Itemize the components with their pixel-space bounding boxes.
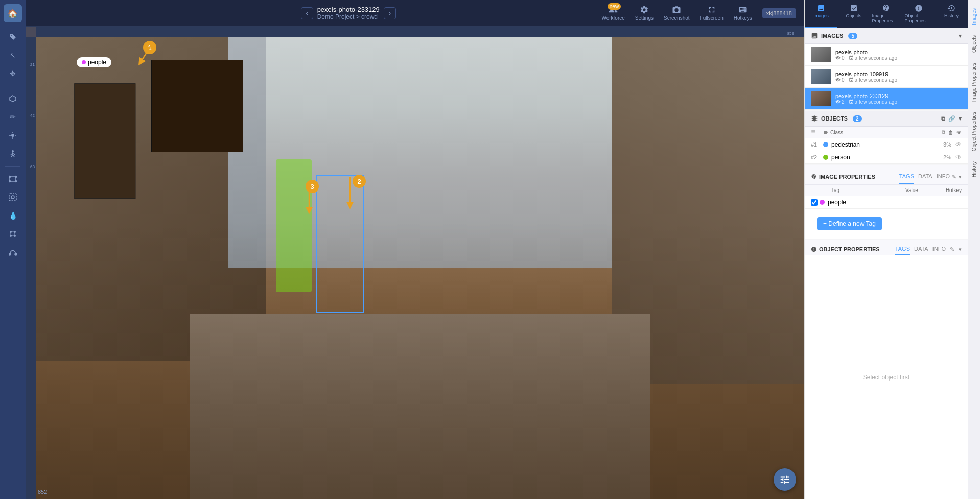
top-header: ‹ pexels-photo-233129 Demo Project > cro… <box>26 0 804 27</box>
obj-props-tab-info[interactable]: INFO <box>932 244 946 255</box>
hotkeys-button[interactable]: Hotkeys <box>734 5 752 21</box>
obj-color-1 <box>823 142 828 147</box>
screenshot-button[interactable]: Screenshot <box>664 5 690 21</box>
canvas-area[interactable]: 859 21 42 63 <box>26 27 804 499</box>
obj-props-filter-icon[interactable]: ▾ <box>959 246 962 253</box>
canvas-image <box>36 37 804 499</box>
frt-objects[interactable]: Objects <box>970 31 978 57</box>
people-color-dot <box>82 60 86 64</box>
objects-delete-all[interactable]: 🗑 <box>948 130 953 135</box>
image-properties-section: IMAGE PROPERTIES TAGS DATA INFO ✎ ▾ Tag <box>805 165 968 239</box>
frt-object-props[interactable]: Object Properties <box>970 108 978 155</box>
svg-point-14 <box>15 176 17 178</box>
images-filter-icon[interactable]: ▾ <box>959 33 962 39</box>
marker-2: 2 <box>353 175 366 188</box>
obj-props-tab-tags[interactable]: TAGS <box>895 244 910 255</box>
image-props-tabs: TAGS DATA INFO <box>899 169 950 184</box>
home-button[interactable]: 🏠 <box>4 4 22 22</box>
tool-move[interactable]: ✥ <box>5 65 21 82</box>
next-image-button[interactable]: › <box>384 7 396 19</box>
svg-point-16 <box>15 181 17 182</box>
image-props-tab-info[interactable]: INFO <box>937 169 950 184</box>
tool-brush[interactable]: ✏ <box>5 109 21 125</box>
image-props-tab-tags[interactable]: TAGS <box>899 169 914 184</box>
image-item-1[interactable]: pexels-photo 0 a few seconds ago <box>805 44 968 66</box>
tool-tag[interactable] <box>5 29 21 45</box>
objects-link-icon[interactable]: 🔗 <box>948 115 955 122</box>
top-nav-icons: new Workforce Settings Screenshot <box>601 5 796 21</box>
workforce-button[interactable]: new Workforce <box>601 5 624 21</box>
objects-filter-icon[interactable]: ▾ <box>959 115 962 122</box>
tab-objects[interactable]: Objects <box>837 0 870 28</box>
tool-smart-brush[interactable] <box>5 189 21 205</box>
people-checkbox[interactable] <box>811 199 818 206</box>
tab-object-properties[interactable]: Object Properties <box>902 0 935 28</box>
objects-copy-all[interactable]: ⧉ <box>942 129 945 135</box>
images-count: 5 <box>848 33 857 39</box>
right-panel-tabs: Images Objects Image Properties Object P… <box>805 0 968 28</box>
frt-history[interactable]: History <box>970 157 978 181</box>
tab-history[interactable]: History <box>935 0 968 28</box>
settings-button[interactable]: Settings <box>635 5 654 21</box>
left-toolbar: 🏠 ↖ ✥ ✏ 💧 <box>0 0 26 499</box>
objects-icon <box>811 115 818 122</box>
image-item-2[interactable]: pexels-photo-109919 0 a few seconds ago <box>805 66 968 88</box>
image-item-3[interactable]: pexels-photo-233129 2 a few seconds ago <box>805 88 968 110</box>
image-thumb-2 <box>811 69 831 84</box>
images-title: IMAGES <box>821 33 843 39</box>
image-props-filter-icon[interactable]: ▾ <box>959 174 962 180</box>
image-props-header-row: IMAGE PROPERTIES TAGS DATA INFO ✎ ▾ <box>805 165 968 185</box>
people-tag-text: people <box>828 199 911 206</box>
tool-cursor[interactable]: ↖ <box>5 47 21 63</box>
tool-bbox[interactable] <box>5 171 21 187</box>
tool-eyedrop[interactable]: 💧 <box>5 207 21 224</box>
tab-images[interactable]: Images <box>805 0 837 28</box>
tool-nodes[interactable] <box>5 226 21 242</box>
image-props-edit-icon[interactable]: ✎ <box>952 174 956 180</box>
prev-image-button[interactable]: ‹ <box>301 7 313 19</box>
tab-image-properties[interactable]: Image Properties <box>870 0 903 28</box>
obj-props-tab-data[interactable]: DATA <box>914 244 928 255</box>
frt-image-props[interactable]: Image Properties <box>970 59 978 106</box>
objects-section-header: OBJECTS 2 ⧉ 🔗 ▾ <box>805 111 968 127</box>
images-section: IMAGES 5 ▾ pexels-photo 0 <box>805 28 968 110</box>
objects-copy-icon[interactable]: ⧉ <box>941 115 945 122</box>
object-row-2[interactable]: #2 person 2% 👁 <box>805 151 968 164</box>
svg-point-28 <box>15 253 17 255</box>
ruler-horizontal: 859 <box>36 27 804 37</box>
svg-point-6 <box>12 150 14 152</box>
blue-bbox-annotation[interactable] <box>316 175 364 313</box>
tool-point[interactable] <box>5 127 21 144</box>
fullscreen-button[interactable]: Fullscreen <box>700 5 724 21</box>
obj-eye-1[interactable]: 👁 <box>955 141 962 148</box>
adjust-button[interactable] <box>774 468 796 491</box>
image-thumb-3 <box>811 91 831 106</box>
frt-images[interactable]: Images <box>970 4 978 29</box>
object-props-icon <box>811 246 817 252</box>
image-title: pexels-photo-233129 <box>317 6 380 13</box>
obj-props-edit-icon[interactable]: ✎ <box>950 246 954 253</box>
image-thumb-1 <box>811 47 831 62</box>
marker-3: 3 <box>306 180 319 193</box>
objects-count: 2 <box>853 115 862 122</box>
obj-num-1: #1 <box>811 141 823 148</box>
image-name-3: pexels-photo-233129 <box>835 93 962 99</box>
images-section-header: IMAGES 5 ▾ <box>805 28 968 44</box>
image-meta-3: 2 a few seconds ago <box>835 99 962 105</box>
objects-eye-all[interactable]: 👁 <box>956 130 962 135</box>
image-props-tab-data[interactable]: DATA <box>918 169 932 184</box>
ruler-mark-859: 859 <box>787 31 794 36</box>
people-tag-label: people <box>77 57 111 67</box>
define-new-tag-button[interactable]: + Define a new Tag <box>817 217 882 230</box>
object-row-1[interactable]: #1 pedestrian 3% 👁 <box>805 138 968 151</box>
tool-skeleton[interactable] <box>5 146 21 162</box>
obj-eye-2[interactable]: 👁 <box>955 154 962 161</box>
svg-marker-0 <box>10 96 16 102</box>
tool-polygon[interactable] <box>5 90 21 107</box>
objects-title: OBJECTS <box>821 115 848 122</box>
tool-spline[interactable] <box>5 244 21 260</box>
svg-line-11 <box>13 155 14 157</box>
ruler-mark-63: 63 <box>30 164 35 169</box>
right-panel-scroll[interactable]: IMAGES 5 ▾ pexels-photo 0 <box>805 28 968 499</box>
obj-pct-2: 2% <box>943 154 951 160</box>
